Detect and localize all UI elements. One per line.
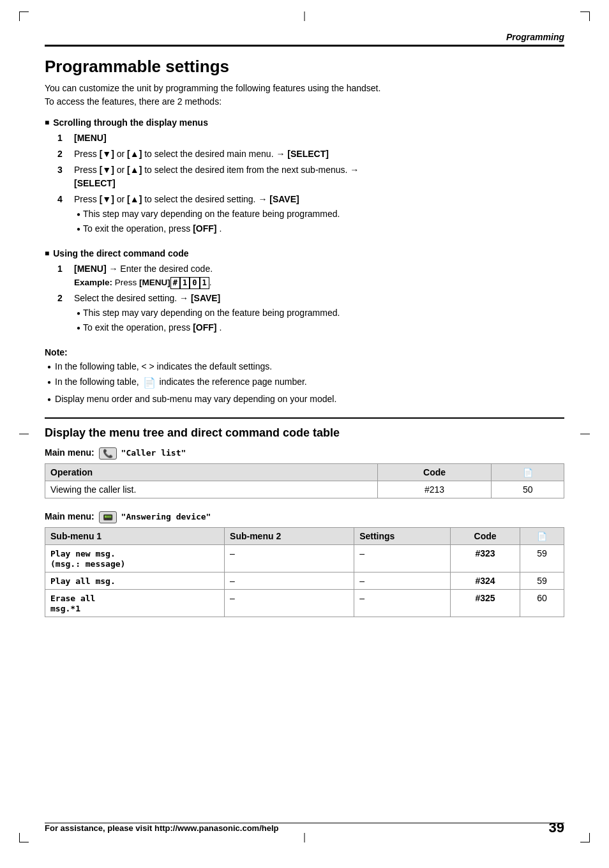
table1-col-code: Code [377, 464, 492, 481]
step1-4-bullets: This step may vary depending on the feat… [74, 207, 564, 236]
table1-label: Main menu: 📞 "Caller list" [45, 447, 564, 460]
table1-row1: Viewing the caller list. #213 50 [45, 481, 564, 498]
table1: Operation Code 📄 Viewing the caller list… [45, 463, 564, 498]
step2-1: 1 [MENU] → Enter the desired code. Examp… [57, 262, 564, 289]
step1-2-content: Press [▼] or [▲] to select the desired m… [74, 147, 564, 161]
table2-row1-settings: – [354, 545, 451, 572]
method2-block: Using the direct command code 1 [MENU] →… [45, 248, 564, 336]
table1-col-ref: 📄 [492, 464, 564, 481]
side-left-mark [19, 434, 29, 435]
top-divider [45, 45, 564, 47]
note-item2: In the following table, 📄 indicates the … [47, 375, 564, 391]
table2-col-settings: Settings [354, 528, 451, 545]
side-right-mark [580, 434, 590, 435]
note-item1: In the following table, < > indicates th… [47, 360, 564, 373]
table2-row3-settings: – [354, 590, 451, 617]
table2-col-sub2: Sub-menu 2 [225, 528, 354, 545]
footer-text: For assistance, please visit http://www.… [45, 823, 279, 833]
step1-3-num: 3 [57, 163, 68, 190]
table2-row2-sub1: Play all msg. [45, 572, 225, 590]
top-center-mark [304, 11, 305, 21]
corner-mark-br [577, 830, 590, 842]
method2-steps: 1 [MENU] → Enter the desired code. Examp… [45, 262, 564, 336]
step1-4-content: Press [▼] or [▲] to select the desired s… [74, 193, 564, 237]
section-header: Programming [45, 32, 564, 42]
step1-2-num: 2 [57, 147, 68, 161]
table2-col-ref: 📄 [520, 528, 564, 545]
step2-1-content: [MENU] → Enter the desired code. Example… [74, 262, 564, 289]
table2-row1-sub1: Play new msg.(msg.: message) [45, 545, 225, 572]
page-title: Programmable settings [45, 57, 564, 77]
table2-row2-ref: 59 [520, 572, 564, 590]
table2-row3: Erase allmsg.*1 – – #325 60 [45, 590, 564, 617]
step1-4-num: 4 [57, 193, 68, 237]
corner-mark-tr [577, 11, 590, 24]
step1-3-content: Press [▼] or [▲] to select the desired i… [74, 163, 564, 190]
note-bullets: In the following table, < > indicates th… [45, 360, 564, 406]
intro-text: You can customize the unit by programmin… [45, 82, 564, 108]
table2-header-row: Sub-menu 1 Sub-menu 2 Settings Code 📄 [45, 528, 564, 545]
note-label: Note: [45, 347, 564, 357]
step2-2-bullet2: To exit the operation, press [OFF]. [77, 321, 564, 334]
step2-2: 2 Select the desired setting. → [SAVE] T… [57, 292, 564, 336]
footer: For assistance, please visit http://www.… [45, 819, 564, 836]
step1-3: 3 Press [▼] or [▲] to select the desired… [57, 163, 564, 190]
table2-row1-code: #323 [451, 545, 520, 572]
table2-label-text: "Answering device" [121, 511, 211, 521]
step2-1-example: Example: Press [MENU]#101. [74, 278, 212, 287]
step2-1-num: 1 [57, 262, 68, 289]
intro-line1: You can customize the unit by programmin… [45, 83, 380, 93]
corner-mark-tl [19, 11, 32, 24]
step2-2-bullet1: This step may vary depending on the feat… [77, 306, 564, 320]
corner-mark-bl [19, 830, 32, 842]
table2-row1: Play new msg.(msg.: message) – – #323 59 [45, 545, 564, 572]
table1-label-text: "Caller list" [121, 447, 186, 458]
table2-section: Main menu: 📟 "Answering device" Sub-menu… [45, 511, 564, 617]
step2-2-content: Select the desired setting. → [SAVE] Thi… [74, 292, 564, 336]
table1-row1-code: #213 [377, 481, 492, 498]
table2-col-sub1: Sub-menu 1 [45, 528, 225, 545]
page: Programming Programmable settings You ca… [0, 0, 609, 868]
step1-2: 2 Press [▼] or [▲] to select the desired… [57, 147, 564, 161]
table1-row1-ref: 50 [492, 481, 564, 498]
intro-line2: To access the features, there are 2 meth… [45, 96, 222, 107]
footer-page: 39 [549, 819, 564, 836]
table1-row1-operation: Viewing the caller list. [45, 481, 378, 498]
note-item3: Display menu order and sub-menu may vary… [47, 393, 564, 406]
table1-header-row: Operation Code 📄 [45, 464, 564, 481]
step2-2-num: 2 [57, 292, 68, 336]
method1-block: Scrolling through the display menus 1 [M… [45, 117, 564, 237]
step1-4-bullet2: To exit the operation, press [OFF]. [77, 222, 564, 236]
table1-icon: 📞 [99, 447, 117, 460]
table2-row2-code: #324 [451, 572, 520, 590]
step1-4-bullet1: This step may vary depending on the feat… [77, 207, 564, 221]
step1-4: 4 Press [▼] or [▲] to select the desired… [57, 193, 564, 237]
method2-heading: Using the direct command code [45, 248, 564, 258]
table2-row2: Play all msg. – – #324 59 [45, 572, 564, 590]
step2-2-bullets: This step may vary depending on the feat… [74, 306, 564, 334]
table1-col-operation: Operation [45, 464, 378, 481]
table2-row2-settings: – [354, 572, 451, 590]
table2-row3-sub1: Erase allmsg.*1 [45, 590, 225, 617]
table2-row3-code: #325 [451, 590, 520, 617]
method1-heading: Scrolling through the display menus [45, 117, 564, 128]
table2-row3-sub2: – [225, 590, 354, 617]
mid-divider [45, 417, 564, 419]
table1-section: Main menu: 📞 "Caller list" Operation Cod… [45, 447, 564, 498]
table2-row1-ref: 59 [520, 545, 564, 572]
step1-1-num: 1 [57, 131, 68, 145]
method1-steps: 1 [MENU] 2 Press [▼] or [▲] to select th… [45, 131, 564, 237]
table2-label-prefix: Main menu: [45, 511, 94, 521]
note-section: Note: In the following table, < > indica… [45, 347, 564, 406]
table2-row2-sub2: – [225, 572, 354, 590]
step1-1-content: [MENU] [74, 131, 564, 145]
table2-icon: 📟 [99, 511, 117, 523]
table2: Sub-menu 1 Sub-menu 2 Settings Code 📄 Pl… [45, 527, 564, 617]
table2-row1-sub2: – [225, 545, 354, 572]
table1-label-prefix: Main menu: [45, 447, 94, 458]
step1-1: 1 [MENU] [57, 131, 564, 145]
table2-col-code: Code [451, 528, 520, 545]
subsection-title: Display the menu tree and direct command… [45, 426, 564, 440]
table2-row3-ref: 60 [520, 590, 564, 617]
table2-label: Main menu: 📟 "Answering device" [45, 511, 564, 523]
